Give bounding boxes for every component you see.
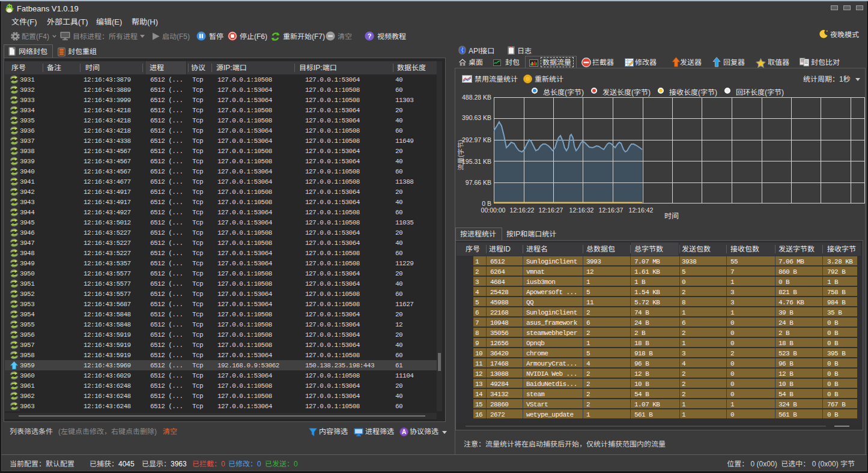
svg-text:A: A xyxy=(402,429,406,435)
svg-text:流量(字节): 流量(字节) xyxy=(457,140,465,170)
svg-text:?: ? xyxy=(368,32,372,40)
